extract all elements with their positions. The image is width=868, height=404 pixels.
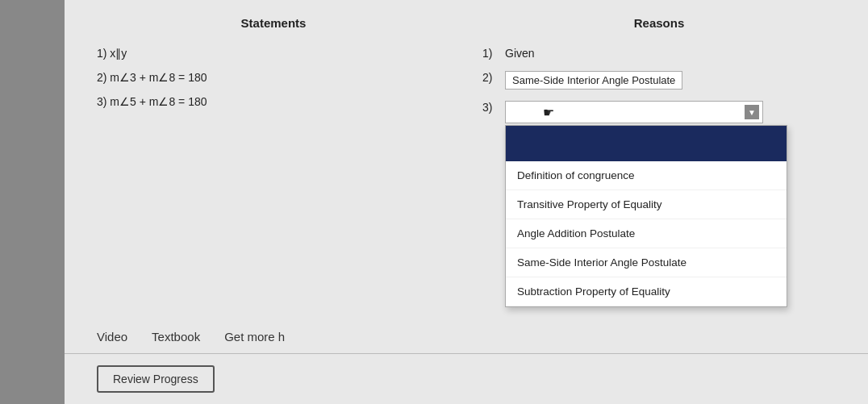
dropdown-menu: Definition of congruence Transitive Prop… [505,125,787,307]
statement-text-1: x∥y [110,47,127,60]
reasons-header: Reasons [482,16,836,31]
dropdown-arrow-btn[interactable]: ▼ [745,105,759,119]
statement-row-1: 1) x∥y [97,47,450,60]
video-link[interactable]: Video [97,330,127,344]
dropdown-selected-item[interactable] [506,126,787,161]
statements-header: Statements [97,16,482,31]
reason-dropdown-trigger[interactable]: ☛ ▼ [505,101,763,123]
statement-number-1: 1) [97,47,110,60]
statement-number-3: 3) [97,95,110,108]
reason-number-3: 3) [482,101,505,114]
get-more-link[interactable]: Get more h [224,330,285,344]
reason-text-2: Same-Side Interior Angle Postulate [505,71,682,90]
reason-number-1: 1) [482,47,505,60]
main-area: Statements Reasons 1) x∥y 2) m∠3 + m∠8 =… [65,0,868,404]
review-progress-button[interactable]: Review Progress [97,365,215,393]
statement-text-3: m∠5 + m∠8 = 180 [110,95,207,108]
reasons-label: Reasons [634,16,685,30]
statement-text-2: m∠3 + m∠8 = 180 [110,71,207,84]
dropdown-item-0[interactable]: Definition of congruence [506,161,787,190]
statement-number-2: 2) [97,71,110,84]
reason-text-1: Given [505,47,535,60]
cursor-icon: ☛ [543,105,554,120]
reason-row-2: 2) Same-Side Interior Angle Postulate [482,71,836,90]
headers-row: Statements Reasons [65,0,868,31]
dropdown-arrow-icon: ▼ [748,108,756,117]
textbook-link[interactable]: Textbook [152,330,200,344]
statement-row-3: 3) m∠5 + m∠8 = 180 [97,95,450,108]
left-sidebar [0,0,65,404]
dropdown-item-3[interactable]: Same-Side Interior Angle Postulate [506,248,787,277]
footer-area: Review Progress [65,354,868,404]
reason-row-3: 3) ☛ ▼ Definition of congruence Transiti… [482,101,836,123]
content-area: 1) x∥y 2) m∠3 + m∠8 = 180 3) m∠5 + m∠8 =… [65,31,868,320]
dropdown-item-1[interactable]: Transitive Property of Equality [506,190,787,219]
reasons-panel: 1) Given 2) Same-Side Interior Angle Pos… [482,47,836,304]
reason-number-2: 2) [482,71,505,84]
bottom-links-area: Video Textbook Get more h [65,320,868,353]
dropdown-item-4[interactable]: Subtraction Property of Equality [506,277,787,306]
statements-label: Statements [241,16,307,30]
statement-row-2: 2) m∠3 + m∠8 = 180 [97,71,450,84]
dropdown-item-2[interactable]: Angle Addition Postulate [506,219,787,248]
reason-row-1: 1) Given [482,47,836,60]
statements-panel: 1) x∥y 2) m∠3 + m∠8 = 180 3) m∠5 + m∠8 =… [97,47,482,304]
